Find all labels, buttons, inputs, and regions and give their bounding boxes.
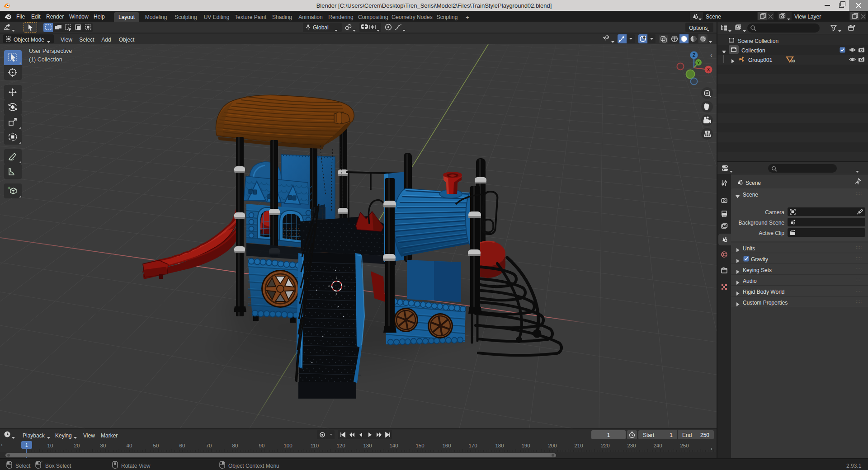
svg-text:220: 220 [601,443,609,448]
svg-text:180: 180 [495,443,504,448]
svg-text:Z: Z [693,53,695,58]
svg-text:50: 50 [153,443,159,448]
svg-text:160: 160 [442,443,451,448]
svg-text:190: 190 [521,443,530,448]
svg-text:120: 120 [336,443,345,448]
svg-text:230: 230 [627,443,636,448]
svg-text:250: 250 [680,443,689,448]
svg-text:20: 20 [74,443,80,448]
svg-text:80: 80 [232,443,238,448]
svg-text:10: 10 [47,443,53,448]
svg-text:140: 140 [389,443,398,448]
svg-text:110: 110 [311,443,319,448]
svg-text:170: 170 [468,443,477,448]
svg-text:60: 60 [179,443,185,448]
svg-text:1: 1 [25,442,28,448]
svg-text:150: 150 [415,443,424,448]
svg-text:100: 100 [283,443,292,448]
svg-text:30: 30 [100,443,106,448]
svg-text:240: 240 [653,443,662,448]
svg-text:40: 40 [127,443,132,448]
svg-text:70: 70 [206,443,212,448]
svg-text:90: 90 [259,443,265,448]
svg-text:210: 210 [574,443,583,448]
svg-text:200: 200 [548,443,557,448]
svg-text:Y: Y [697,61,700,65]
svg-text:99: 99 [791,59,795,63]
svg-text:130: 130 [363,443,372,448]
svg-text:X: X [707,67,710,72]
